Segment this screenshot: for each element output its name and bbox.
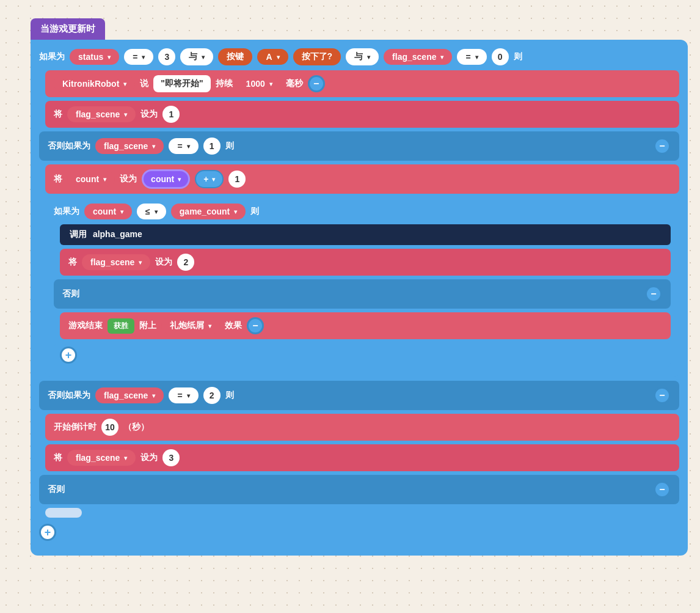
eq1-arrow: ▾	[142, 54, 145, 61]
plus-pill[interactable]: + ▾	[195, 170, 224, 188]
lte-arrow: ▾	[155, 208, 158, 215]
inner-else-row: 否则 −	[54, 279, 671, 309]
pressed-pill: 按下了?	[293, 48, 341, 65]
set-label-3: 将	[54, 452, 62, 463]
cp1-arrow: ▾	[103, 176, 106, 183]
set-label-1: 将	[54, 109, 62, 120]
efeq1-arrow: ▾	[187, 143, 190, 150]
key-a-pill[interactable]: A ▾	[257, 49, 288, 65]
elseif-2-content: 开始倒计时 10 （秒） 将 flag_scene ▾ 设为 3	[45, 414, 679, 471]
inner-else-label: 否则	[62, 288, 79, 299]
second-label: （秒）	[123, 422, 149, 433]
then-label-2: 则	[225, 141, 234, 152]
kitronik-say-block: KitronikRobot ▾ 说 "即将开始" 持续 1000 ▾ 毫秒 −	[45, 70, 679, 97]
event-header: 当游戏更新时	[31, 18, 105, 40]
ms-arrow: ▾	[269, 81, 272, 87]
countdown-val: 10	[101, 419, 118, 436]
fss2-arrow: ▾	[139, 259, 142, 266]
call-alpha-block: 调用 alpha_game	[60, 224, 671, 245]
inner-add-btn[interactable]: +	[60, 347, 77, 364]
inner-else-minus[interactable]: −	[645, 285, 662, 303]
inner-if-content: 调用 alpha_game 将 flag_scene ▾ 设为	[60, 224, 671, 276]
equals-2[interactable]: = ▾	[457, 49, 486, 65]
flag-scene-set-2[interactable]: flag_scene ▾	[82, 254, 150, 270]
inner-if-row: 如果为 count ▾ ≤ ▾ game_count ▾	[54, 204, 671, 219]
elseif-flag-scene-2[interactable]: flag_scene ▾	[95, 387, 164, 403]
efs1-arrow: ▾	[152, 143, 155, 150]
inner-count-pill[interactable]: count ▾	[84, 204, 132, 219]
count-pill-1[interactable]: count ▾	[67, 171, 115, 187]
inner-add-row: +	[54, 343, 671, 367]
equals-1[interactable]: = ▾	[124, 49, 153, 65]
then-label-1: 则	[514, 51, 522, 62]
countdown-block: 开始倒计时 10 （秒）	[45, 414, 679, 441]
and1-arrow: ▾	[202, 54, 205, 61]
win-badge: 获胜	[108, 318, 134, 334]
main-block: 当游戏更新时 如果为 status ▾ = ▾ 3 与	[31, 18, 688, 556]
elseif1-minus-btn[interactable]: −	[654, 138, 671, 155]
flag-scene-set-1[interactable]: flag_scene ▾	[67, 106, 136, 122]
else-final-minus[interactable]: −	[654, 481, 671, 498]
set-count-block: 将 count ▾ 设为 count ▾ + ▾ 1	[45, 164, 679, 194]
kitronik-pill[interactable]: KitronikRobot ▾	[54, 76, 135, 92]
game-end-block: 游戏结束 获胜 附上 礼炮纸屑 ▾ 效果 −	[60, 312, 671, 339]
to-label-1: 设为	[140, 109, 158, 120]
workspace: 当游戏更新时 如果为 status ▾ = ▾ 3 与	[0, 0, 700, 568]
if-label: 如果为	[39, 51, 65, 62]
outer-add-btn[interactable]: +	[39, 524, 56, 541]
status-pill[interactable]: status ▾	[70, 49, 119, 65]
plus-arrow: ▾	[212, 176, 215, 183]
value-3-circle: 3	[162, 449, 180, 466]
fss3-arrow: ▾	[124, 455, 127, 461]
confetti-pill[interactable]: 礼炮纸屑 ▾	[161, 317, 220, 334]
to-label-3: 设为	[140, 452, 158, 463]
then-label-3: 则	[225, 390, 234, 401]
ms-label: 毫秒	[286, 78, 303, 89]
ms-pill[interactable]: 1000 ▾	[238, 76, 281, 92]
outer-container: 如果为 status ▾ = ▾ 3 与 ▾ 按键	[31, 40, 688, 556]
game-end-label: 游戏结束	[68, 320, 103, 331]
count-pill-2[interactable]: count ▾	[142, 169, 190, 189]
inner-else-content: 游戏结束 获胜 附上 礼炮纸屑 ▾ 效果 −	[60, 312, 671, 339]
to-label-count: 设为	[120, 174, 137, 185]
attach-label: 附上	[139, 320, 156, 331]
set-flag-2-block: 将 flag_scene ▾ 设为 2	[60, 249, 671, 276]
set-flag-3-block: 将 flag_scene ▾ 设为 3	[45, 444, 679, 471]
efs2-arrow: ▾	[152, 392, 155, 399]
nested-if-count: 如果为 count ▾ ≤ ▾ game_count ▾	[45, 197, 679, 377]
value-0: 0	[492, 48, 509, 65]
elseif-row-1: 否则如果为 flag_scene ▾ = ▾ 1 则 −	[39, 131, 679, 161]
game-count-pill[interactable]: game_count ▾	[171, 204, 246, 219]
set-flag-1-block: 将 flag_scene ▾ 设为 1	[45, 101, 679, 128]
elseif-label-2: 否则如果为	[48, 390, 90, 401]
elseif-eq-1[interactable]: = ▾	[169, 138, 198, 154]
and-1[interactable]: 与 ▾	[180, 48, 213, 65]
and2-arrow: ▾	[367, 54, 370, 61]
set-label-count: 将	[54, 174, 62, 185]
value-1-circle: 1	[162, 106, 180, 123]
duration-label: 持续	[216, 78, 233, 89]
flag-scene-set-3[interactable]: flag_scene ▾	[67, 450, 136, 466]
kitronik-minus-btn[interactable]: −	[308, 75, 325, 92]
key-label-pill: 按键	[218, 48, 252, 65]
conf-arrow: ▾	[208, 323, 211, 329]
set-label-2: 将	[68, 257, 77, 268]
elseif-label-1: 否则如果为	[48, 141, 90, 152]
inner-then: 则	[250, 206, 259, 217]
ka-arrow: ▾	[277, 54, 280, 61]
elseif2-minus-btn[interactable]: −	[654, 387, 671, 404]
elseif-flag-scene-1[interactable]: flag_scene ▾	[95, 138, 164, 154]
and-2[interactable]: 与 ▾	[346, 48, 379, 65]
elseif-eq-2[interactable]: = ▾	[169, 387, 198, 403]
value-3: 3	[158, 48, 175, 65]
event-header-label: 当游戏更新时	[40, 23, 95, 34]
flag-scene-1[interactable]: flag_scene ▾	[384, 49, 452, 65]
count-plus-1: 1	[228, 171, 246, 188]
if-block-1-content: KitronikRobot ▾ 说 "即将开始" 持续 1000 ▾ 毫秒 −	[45, 70, 679, 128]
inner-lte[interactable]: ≤ ▾	[137, 204, 166, 219]
else-label-final: 否则	[48, 484, 65, 495]
eq2-arrow: ▾	[475, 54, 478, 61]
fss1-arrow: ▾	[124, 111, 127, 118]
confetti-minus[interactable]: −	[247, 317, 264, 334]
else-row-final: 否则 −	[39, 475, 679, 504]
